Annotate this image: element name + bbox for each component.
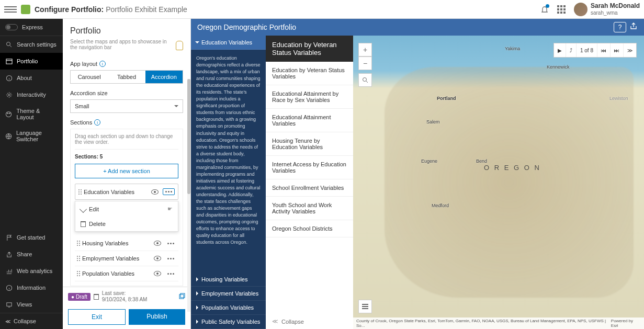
page-last-button[interactable]: ≫ (624, 43, 636, 57)
nav-housing[interactable]: Housing Variables (191, 273, 266, 287)
nav-population[interactable]: Population Variables (191, 301, 266, 315)
add-section-button[interactable]: + Add new section (75, 164, 178, 178)
chevron-icon (195, 41, 199, 43)
search-settings[interactable]: Search settings (0, 36, 63, 53)
drag-handle-icon[interactable] (77, 256, 78, 261)
publish-button[interactable]: Publish (129, 309, 185, 325)
sections-count: Sections: 5 (75, 150, 178, 164)
zoom-out-button[interactable]: − (358, 56, 372, 70)
map-canvas[interactable]: + − ▶ ⤴ 1 of 8 ⏮ ⏭ ≫ Yakima Kennewick Le… (353, 36, 644, 329)
layout-segmented[interactable]: Carousel Tabbed Accordion (70, 70, 183, 84)
info-icon[interactable]: i (94, 119, 100, 126)
sidenav-item-interactivity[interactable]: Interactivity (0, 86, 63, 103)
section-row[interactable]: Housing Variables (75, 236, 178, 251)
more-options-button[interactable] (163, 188, 175, 195)
copy-icon[interactable] (178, 293, 185, 300)
toggle-icon[interactable] (5, 24, 18, 30)
config-header: Portfolio (63, 19, 190, 39)
trash-icon[interactable] (94, 294, 99, 300)
sublist-item[interactable]: Oregon School Districts (266, 220, 353, 237)
draft-badge: ● Draft (68, 293, 91, 301)
nav-education[interactable]: Education Variables (191, 36, 266, 50)
apps-grid-icon[interactable] (553, 1, 570, 18)
menu-icon[interactable] (4, 3, 17, 16)
menu-edit[interactable]: Edit☛ (75, 201, 178, 217)
more-options-button[interactable] (165, 241, 176, 246)
app-logo (21, 5, 30, 14)
zoom-in-button[interactable]: + (358, 43, 372, 56)
page-export-button[interactable]: ⤴ (566, 43, 577, 57)
nav-employment[interactable]: Employment Variables (191, 287, 266, 301)
sublist-item[interactable]: Educational Attainment Variables (266, 109, 353, 132)
visibility-icon[interactable] (154, 271, 161, 276)
sidenav-item-portfolio[interactable]: Portfolio (0, 53, 63, 70)
accsize-label: Accordion size (70, 90, 108, 96)
help-button[interactable]: ? (614, 22, 626, 32)
layout-accordion[interactable]: Accordion (145, 71, 183, 83)
map-search-button[interactable] (358, 73, 372, 87)
drag-handle-icon[interactable] (78, 189, 80, 195)
menu-delete[interactable]: Delete (75, 217, 178, 231)
subpanel-title: Education by Veteran Status Variables (266, 36, 353, 62)
page-first-button[interactable]: ⏮ (597, 43, 611, 57)
user-block: Sarah McDonald sarah_wma (591, 3, 640, 15)
applayout-label: App layout (70, 61, 97, 67)
sidenav-item-language-switcher[interactable]: Language Switcher (0, 125, 63, 147)
sublist-item[interactable]: Education by Veteran Status Variables (266, 62, 353, 85)
page-next-button[interactable]: ⏭ (611, 43, 624, 57)
layout-carousel[interactable]: Carousel (71, 71, 108, 83)
info-icon[interactable]: i (99, 61, 106, 67)
share-icon[interactable] (629, 22, 638, 30)
page-indicator: 1 of 8 (577, 43, 597, 57)
subpanel-collapse[interactable]: ≪Collapse (266, 314, 353, 329)
sublist-item[interactable]: School Enrollment Variables (266, 179, 353, 197)
config-hint: Select the maps and apps to showcase in … (70, 39, 172, 50)
visibility-icon[interactable] (154, 241, 161, 246)
accsize-select[interactable]: Small (70, 99, 183, 113)
exit-button[interactable]: Exit (68, 309, 126, 325)
drag-handle-icon[interactable] (77, 271, 78, 276)
sidenav-collapse[interactable]: ≪Collapse (0, 313, 63, 329)
sidenav-item-information[interactable]: Information (0, 279, 63, 296)
page-subtitle: Portfolio Exhibit Example (106, 5, 187, 14)
layout-tabbed[interactable]: Tabbed (108, 71, 145, 83)
sidenav-item-web-analytics[interactable]: Web analytics (0, 263, 63, 279)
nav-safety[interactable]: Public Safety Variables (191, 315, 266, 329)
sublist-item[interactable]: Housing Tenure by Education Variables (266, 132, 353, 156)
svg-point-6 (9, 112, 10, 114)
sidenav-item-get-started[interactable]: Get started (0, 229, 63, 246)
sublist-item[interactable]: Educational Attainment by Race by Sex Va… (266, 85, 353, 109)
lastsave-time: 9/10/2024, 8:38 AM (102, 297, 148, 303)
drag-handle-icon[interactable] (77, 241, 78, 246)
powered-by: Powered by Esri (611, 319, 641, 328)
share-icon (5, 251, 13, 258)
chevron-down-icon (174, 105, 178, 107)
notifications-icon[interactable] (536, 1, 553, 18)
sublist-item[interactable]: Internet Access by Education Variables (266, 156, 353, 179)
sidenav-item-about[interactable]: About (0, 70, 63, 86)
legend-button[interactable] (358, 300, 372, 313)
visibility-icon[interactable] (154, 256, 161, 261)
chart-icon (5, 267, 13, 275)
sidenav-item-views[interactable]: Views (0, 296, 63, 313)
sublist-item[interactable]: Youth School and Work Activity Variables (266, 197, 353, 220)
more-options-button[interactable] (165, 271, 176, 277)
section-row[interactable]: Employment Variables (75, 251, 178, 266)
user-avatar[interactable] (574, 3, 587, 16)
lastsave-label: Last save: (102, 290, 148, 297)
visibility-icon[interactable] (151, 189, 159, 195)
map-attribution: County of Crook, Oregon State Parks, Esr… (356, 319, 611, 328)
page-play-button[interactable]: ▶ (554, 43, 566, 57)
gear-icon (5, 91, 13, 98)
express-toggle-row[interactable]: Express (0, 19, 63, 36)
trash-icon (81, 221, 86, 227)
sidenav-item-share[interactable]: Share (0, 246, 63, 263)
section-row[interactable]: Population Variables (75, 266, 178, 281)
chevron-icon (196, 291, 198, 296)
scrollbar-thumb[interactable] (187, 79, 190, 194)
more-options-button[interactable] (165, 256, 176, 262)
section-row[interactable]: Education Variables (75, 184, 178, 200)
sidenav-item-theme-layout[interactable]: Theme & Layout (0, 103, 63, 125)
info-icon (5, 74, 13, 82)
bulb-icon (176, 41, 183, 50)
